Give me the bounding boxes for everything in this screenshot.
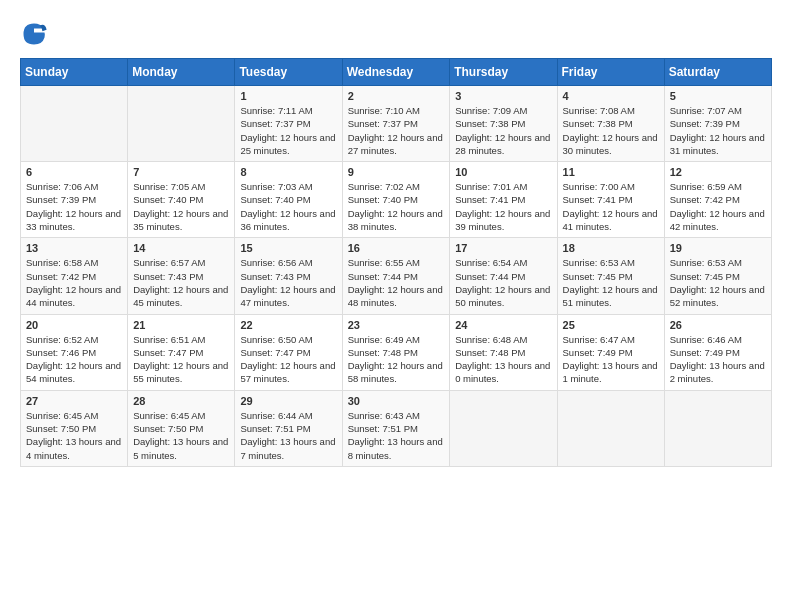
day-number: 21 [133,319,229,331]
day-info: Sunrise: 7:01 AMSunset: 7:41 PMDaylight:… [455,180,551,233]
day-info: Sunrise: 6:55 AMSunset: 7:44 PMDaylight:… [348,256,445,309]
day-number: 22 [240,319,336,331]
calendar-week-row: 6Sunrise: 7:06 AMSunset: 7:39 PMDaylight… [21,162,772,238]
day-number: 24 [455,319,551,331]
calendar-cell: 17Sunrise: 6:54 AMSunset: 7:44 PMDayligh… [450,238,557,314]
calendar-cell: 28Sunrise: 6:45 AMSunset: 7:50 PMDayligh… [128,390,235,466]
calendar-cell: 10Sunrise: 7:01 AMSunset: 7:41 PMDayligh… [450,162,557,238]
calendar-cell [128,86,235,162]
day-number: 26 [670,319,766,331]
calendar-cell: 11Sunrise: 7:00 AMSunset: 7:41 PMDayligh… [557,162,664,238]
day-info: Sunrise: 6:52 AMSunset: 7:46 PMDaylight:… [26,333,122,386]
day-info: Sunrise: 6:53 AMSunset: 7:45 PMDaylight:… [563,256,659,309]
day-info: Sunrise: 7:07 AMSunset: 7:39 PMDaylight:… [670,104,766,157]
day-info: Sunrise: 7:06 AMSunset: 7:39 PMDaylight:… [26,180,122,233]
calendar-cell: 26Sunrise: 6:46 AMSunset: 7:49 PMDayligh… [664,314,771,390]
day-number: 13 [26,242,122,254]
calendar-cell: 18Sunrise: 6:53 AMSunset: 7:45 PMDayligh… [557,238,664,314]
calendar-table: SundayMondayTuesdayWednesdayThursdayFrid… [20,58,772,467]
day-number: 18 [563,242,659,254]
day-number: 25 [563,319,659,331]
day-info: Sunrise: 7:05 AMSunset: 7:40 PMDaylight:… [133,180,229,233]
day-info: Sunrise: 7:10 AMSunset: 7:37 PMDaylight:… [348,104,445,157]
day-number: 6 [26,166,122,178]
day-number: 11 [563,166,659,178]
day-of-week-header: Saturday [664,59,771,86]
calendar-week-row: 1Sunrise: 7:11 AMSunset: 7:37 PMDaylight… [21,86,772,162]
day-number: 12 [670,166,766,178]
day-number: 20 [26,319,122,331]
calendar-cell: 14Sunrise: 6:57 AMSunset: 7:43 PMDayligh… [128,238,235,314]
day-info: Sunrise: 6:45 AMSunset: 7:50 PMDaylight:… [26,409,122,462]
day-info: Sunrise: 7:11 AMSunset: 7:37 PMDaylight:… [240,104,336,157]
day-info: Sunrise: 7:03 AMSunset: 7:40 PMDaylight:… [240,180,336,233]
day-number: 3 [455,90,551,102]
day-info: Sunrise: 6:45 AMSunset: 7:50 PMDaylight:… [133,409,229,462]
calendar-cell: 7Sunrise: 7:05 AMSunset: 7:40 PMDaylight… [128,162,235,238]
calendar-cell: 5Sunrise: 7:07 AMSunset: 7:39 PMDaylight… [664,86,771,162]
day-number: 16 [348,242,445,254]
day-number: 9 [348,166,445,178]
calendar-cell: 1Sunrise: 7:11 AMSunset: 7:37 PMDaylight… [235,86,342,162]
logo-icon [20,20,48,48]
calendar-cell: 4Sunrise: 7:08 AMSunset: 7:38 PMDaylight… [557,86,664,162]
logo [20,20,52,48]
calendar-cell: 9Sunrise: 7:02 AMSunset: 7:40 PMDaylight… [342,162,450,238]
day-number: 19 [670,242,766,254]
day-info: Sunrise: 6:58 AMSunset: 7:42 PMDaylight:… [26,256,122,309]
calendar-week-row: 20Sunrise: 6:52 AMSunset: 7:46 PMDayligh… [21,314,772,390]
day-number: 14 [133,242,229,254]
page-header [20,20,772,48]
day-info: Sunrise: 7:00 AMSunset: 7:41 PMDaylight:… [563,180,659,233]
day-of-week-header: Monday [128,59,235,86]
day-info: Sunrise: 6:47 AMSunset: 7:49 PMDaylight:… [563,333,659,386]
calendar-body: 1Sunrise: 7:11 AMSunset: 7:37 PMDaylight… [21,86,772,467]
day-info: Sunrise: 6:44 AMSunset: 7:51 PMDaylight:… [240,409,336,462]
day-info: Sunrise: 6:53 AMSunset: 7:45 PMDaylight:… [670,256,766,309]
day-number: 5 [670,90,766,102]
calendar-cell [557,390,664,466]
day-of-week-header: Sunday [21,59,128,86]
day-number: 7 [133,166,229,178]
day-info: Sunrise: 6:50 AMSunset: 7:47 PMDaylight:… [240,333,336,386]
calendar-cell: 27Sunrise: 6:45 AMSunset: 7:50 PMDayligh… [21,390,128,466]
day-number: 10 [455,166,551,178]
calendar-cell: 20Sunrise: 6:52 AMSunset: 7:46 PMDayligh… [21,314,128,390]
day-info: Sunrise: 6:43 AMSunset: 7:51 PMDaylight:… [348,409,445,462]
day-info: Sunrise: 7:02 AMSunset: 7:40 PMDaylight:… [348,180,445,233]
day-info: Sunrise: 6:56 AMSunset: 7:43 PMDaylight:… [240,256,336,309]
calendar-cell: 19Sunrise: 6:53 AMSunset: 7:45 PMDayligh… [664,238,771,314]
day-number: 8 [240,166,336,178]
calendar-week-row: 27Sunrise: 6:45 AMSunset: 7:50 PMDayligh… [21,390,772,466]
day-number: 4 [563,90,659,102]
calendar-cell: 13Sunrise: 6:58 AMSunset: 7:42 PMDayligh… [21,238,128,314]
calendar-cell: 23Sunrise: 6:49 AMSunset: 7:48 PMDayligh… [342,314,450,390]
day-number: 30 [348,395,445,407]
day-info: Sunrise: 6:57 AMSunset: 7:43 PMDaylight:… [133,256,229,309]
calendar-cell: 29Sunrise: 6:44 AMSunset: 7:51 PMDayligh… [235,390,342,466]
calendar-header-row: SundayMondayTuesdayWednesdayThursdayFrid… [21,59,772,86]
calendar-cell: 24Sunrise: 6:48 AMSunset: 7:48 PMDayligh… [450,314,557,390]
day-number: 17 [455,242,551,254]
day-info: Sunrise: 6:51 AMSunset: 7:47 PMDaylight:… [133,333,229,386]
calendar-cell: 12Sunrise: 6:59 AMSunset: 7:42 PMDayligh… [664,162,771,238]
calendar-cell: 3Sunrise: 7:09 AMSunset: 7:38 PMDaylight… [450,86,557,162]
calendar-cell [664,390,771,466]
day-info: Sunrise: 6:59 AMSunset: 7:42 PMDaylight:… [670,180,766,233]
calendar-cell [21,86,128,162]
day-number: 2 [348,90,445,102]
day-of-week-header: Thursday [450,59,557,86]
calendar-cell: 22Sunrise: 6:50 AMSunset: 7:47 PMDayligh… [235,314,342,390]
calendar-cell: 6Sunrise: 7:06 AMSunset: 7:39 PMDaylight… [21,162,128,238]
day-number: 27 [26,395,122,407]
day-of-week-header: Wednesday [342,59,450,86]
calendar-cell: 15Sunrise: 6:56 AMSunset: 7:43 PMDayligh… [235,238,342,314]
calendar-cell: 30Sunrise: 6:43 AMSunset: 7:51 PMDayligh… [342,390,450,466]
day-of-week-header: Tuesday [235,59,342,86]
day-number: 29 [240,395,336,407]
day-of-week-header: Friday [557,59,664,86]
calendar-cell: 21Sunrise: 6:51 AMSunset: 7:47 PMDayligh… [128,314,235,390]
day-number: 15 [240,242,336,254]
day-info: Sunrise: 7:08 AMSunset: 7:38 PMDaylight:… [563,104,659,157]
day-number: 28 [133,395,229,407]
